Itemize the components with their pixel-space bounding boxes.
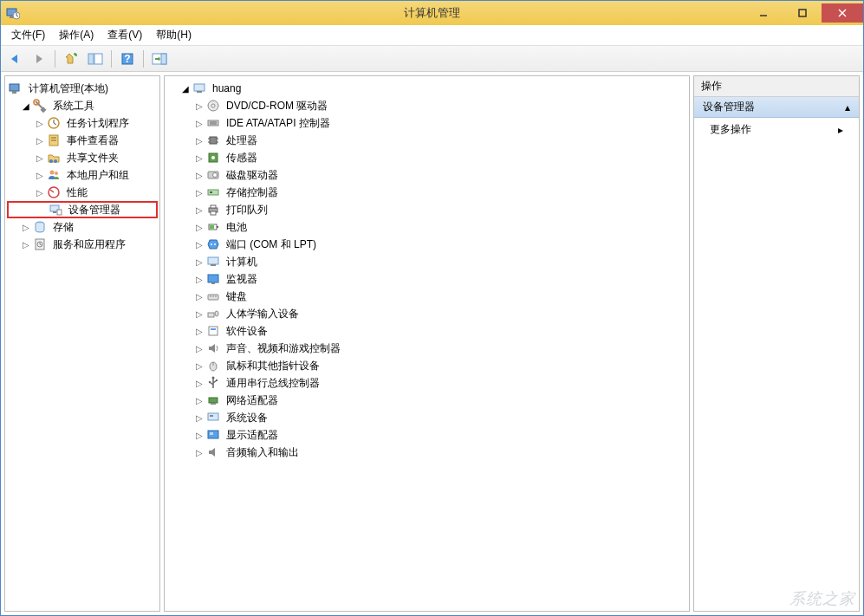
svg-rect-28 (57, 210, 62, 215)
svg-rect-58 (208, 257, 218, 264)
expand-icon[interactable]: ▷ (194, 222, 205, 232)
up-button[interactable] (61, 49, 81, 69)
tree-event-viewer[interactable]: ▷ 事件查看器 (7, 132, 158, 149)
actions-more[interactable]: 更多操作 ▸ (694, 118, 859, 141)
expand-icon[interactable]: ▷ (194, 118, 205, 128)
device-ports[interactable]: ▷端口 (COM 和 LPT) (166, 236, 687, 253)
expand-icon[interactable]: ▷ (35, 170, 45, 180)
tree-storage[interactable]: ▷ 存储 (7, 218, 158, 236)
tree-services[interactable]: ▷ 服务和应用程序 (7, 236, 158, 253)
back-button[interactable] (4, 49, 25, 69)
expand-icon[interactable]: ▷ (194, 101, 205, 111)
device-hid[interactable]: ▷人体学输入设备 (166, 305, 687, 322)
expand-icon[interactable]: ▷ (194, 395, 205, 405)
expand-icon[interactable]: ▷ (194, 378, 205, 388)
device-print-queue[interactable]: ▷打印队列 (166, 201, 687, 218)
svg-text:?: ? (124, 53, 130, 65)
expand-icon[interactable]: ▷ (194, 360, 205, 371)
svg-rect-78 (210, 415, 213, 417)
show-hide-tree-button[interactable] (85, 49, 106, 69)
device-display[interactable]: ▷显示适配器 (166, 426, 687, 444)
device-dvdcd[interactable]: ▷DVD/CD-ROM 驱动器 (166, 97, 687, 114)
expand-icon[interactable]: ▷ (194, 204, 205, 215)
collapse-icon[interactable]: ◢ (180, 83, 191, 94)
expand-icon[interactable]: ▷ (194, 326, 205, 336)
device-ide[interactable]: ▷IDE ATA/ATAPI 控制器 (166, 114, 687, 132)
minimize-button[interactable] (744, 3, 783, 23)
tree-label: 磁盘驱动器 (224, 167, 281, 184)
port-icon (206, 237, 220, 251)
close-button[interactable] (822, 3, 863, 23)
tree-label: 监视器 (224, 271, 260, 288)
actions-section-title: 设备管理器 (703, 100, 755, 114)
svg-rect-60 (208, 275, 218, 282)
collapse-icon[interactable]: ◢ (21, 101, 31, 111)
device-cpu[interactable]: ▷处理器 (166, 132, 687, 149)
device-sound[interactable]: ▷声音、视频和游戏控制器 (166, 340, 687, 357)
device-mouse[interactable]: ▷鼠标和其他指针设备 (166, 357, 687, 374)
device-audio[interactable]: ▷音频输入和输出 (166, 444, 687, 461)
action-pane-button[interactable] (149, 49, 170, 69)
expand-icon[interactable]: ▷ (194, 239, 205, 250)
tree-system-tools[interactable]: ◢ 系统工具 (7, 97, 158, 114)
svg-point-35 (211, 104, 215, 107)
tree-task-scheduler[interactable]: ▷ 任务计划程序 (7, 114, 158, 132)
expand-icon[interactable]: ▷ (194, 308, 205, 319)
svg-point-45 (211, 156, 215, 159)
device-battery[interactable]: ▷电池 (166, 218, 687, 236)
expand-icon[interactable]: ▷ (194, 187, 205, 198)
tree-performance[interactable]: ▷ 性能 (7, 184, 158, 201)
svg-rect-76 (211, 403, 216, 405)
device-software[interactable]: ▷软件设备 (166, 322, 687, 340)
forward-button[interactable] (29, 49, 49, 69)
device-disk[interactable]: ▷磁盘驱动器 (166, 166, 687, 184)
device-computer-root[interactable]: ◢ huang (166, 80, 687, 97)
actions-section-header[interactable]: 设备管理器 ▴ (694, 97, 859, 118)
menu-help[interactable]: 帮助(H) (149, 26, 198, 44)
maximize-button[interactable] (783, 3, 822, 23)
expand-icon[interactable]: ▷ (194, 256, 205, 267)
device-system[interactable]: ▷系统设备 (166, 409, 687, 426)
svg-rect-48 (208, 190, 218, 195)
expand-icon[interactable]: ▷ (194, 152, 205, 163)
device-sensor[interactable]: ▷传感器 (166, 149, 687, 166)
device-keyboard[interactable]: ▷键盘 (166, 288, 687, 305)
expand-icon[interactable]: ▷ (35, 152, 45, 163)
expand-icon[interactable]: ▷ (194, 135, 205, 146)
menu-action[interactable]: 操作(A) (52, 26, 101, 44)
tree-local-users[interactable]: ▷ 本地用户和组 (7, 166, 158, 184)
expand-icon[interactable]: ▷ (35, 135, 45, 146)
device-computers[interactable]: ▷计算机 (166, 253, 687, 270)
tree-label: 系统设备 (224, 410, 270, 426)
submenu-arrow-icon: ▸ (838, 124, 843, 136)
tree-shared-folders[interactable]: ▷ 共享文件夹 (7, 149, 158, 166)
help-button[interactable]: ? (117, 49, 138, 69)
expand-icon[interactable]: ▷ (35, 118, 45, 128)
device-network[interactable]: ▷网络适配器 (166, 392, 687, 409)
actions-pane: 操作 设备管理器 ▴ 更多操作 ▸ (693, 75, 860, 612)
device-storage-ctrl[interactable]: ▷存储控制器 (166, 184, 687, 201)
expand-icon[interactable]: ▷ (194, 170, 205, 180)
menu-file[interactable]: 文件(F) (4, 26, 52, 44)
tree-label: IDE ATA/ATAPI 控制器 (224, 115, 333, 132)
expand-icon[interactable]: ▷ (194, 291, 205, 302)
expand-icon[interactable]: ▷ (194, 343, 205, 353)
tree-root[interactable]: 计算机管理(本地) (7, 80, 158, 97)
svg-rect-62 (208, 295, 218, 300)
expand-icon[interactable]: ▷ (194, 447, 205, 457)
svg-rect-12 (161, 54, 166, 64)
tree-label: 事件查看器 (64, 133, 121, 149)
expand-icon[interactable]: ▷ (35, 187, 45, 198)
device-monitor[interactable]: ▷监视器 (166, 270, 687, 288)
expand-icon[interactable]: ▷ (194, 274, 205, 284)
expand-icon[interactable]: ▷ (194, 412, 205, 423)
actions-more-label: 更多操作 (710, 122, 751, 137)
device-usb[interactable]: ▷通用串行总线控制器 (166, 374, 687, 392)
window-title: 计算机管理 (404, 5, 460, 21)
expand-icon[interactable]: ▷ (21, 222, 31, 232)
tree-device-manager[interactable]: 设备管理器 (7, 201, 158, 218)
expand-icon[interactable]: ▷ (194, 430, 205, 440)
expand-icon[interactable]: ▷ (21, 239, 31, 250)
menu-view[interactable]: 查看(V) (101, 26, 149, 44)
svg-rect-74 (216, 379, 218, 381)
